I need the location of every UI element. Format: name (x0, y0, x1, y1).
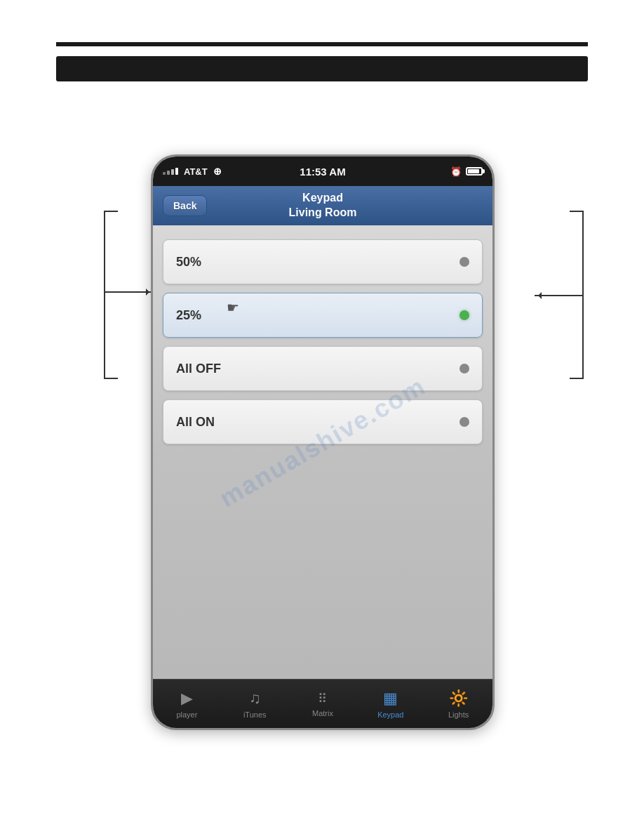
status-dot-50 (459, 257, 469, 267)
status-bar: AT&T ⊕ 11:53 AM ⏰ (153, 157, 492, 186)
battery-fill (468, 169, 479, 173)
status-right: ⏰ (450, 166, 483, 177)
iphone-frame: AT&T ⊕ 11:53 AM ⏰ Back Keypad Living Roo… (151, 154, 495, 730)
right-bracket-top (570, 211, 584, 212)
keypad-label-allon: All ON (176, 415, 215, 430)
tab-bar: ▶ player ♫ iTunes ⠿ Matrix ▦ Keypad 🔆 Li… (153, 679, 492, 728)
keypad-label-50: 50% (176, 255, 201, 270)
status-dot-alloff (459, 364, 469, 373)
player-icon: ▶ (181, 689, 193, 708)
navigation-bar: Back Keypad Living Room (153, 186, 492, 225)
left-bracket-vertical (104, 211, 105, 379)
tab-label-matrix: Matrix (312, 709, 333, 717)
keypad-button-allon[interactable]: All ON (163, 399, 483, 444)
status-dot-allon (459, 417, 469, 427)
tab-item-player[interactable]: ▶ player (153, 684, 221, 724)
iphone-inner: AT&T ⊕ 11:53 AM ⏰ Back Keypad Living Roo… (153, 157, 492, 728)
nav-title-line1: Keypad (289, 191, 357, 206)
time-display: 11:53 AM (300, 166, 345, 178)
header-bar (56, 56, 588, 81)
nav-title-line2: Living Room (289, 206, 357, 220)
right-bracket-vertical (582, 211, 584, 379)
right-annotation (535, 295, 582, 296)
wifi-symbol: ⊕ (213, 166, 222, 177)
keypad-button-25[interactable]: 25% ☛ (163, 293, 483, 338)
tab-item-lights[interactable]: 🔆 Lights (424, 684, 492, 724)
status-dot-25 (459, 310, 469, 320)
cursor-hand-icon: ☛ (227, 299, 239, 316)
content-area: manualshive.com 50% 25% ☛ All OFF All ON (153, 225, 492, 679)
right-bracket-bottom (570, 378, 584, 379)
keypad-button-alloff[interactable]: All OFF (163, 346, 483, 391)
keypad-icon: ▦ (383, 689, 398, 708)
lights-icon: 🔆 (449, 689, 468, 708)
back-button[interactable]: Back (163, 195, 207, 216)
itunes-icon: ♫ (249, 689, 261, 708)
status-left: AT&T ⊕ (163, 166, 222, 177)
keypad-button-50[interactable]: 50% (163, 239, 483, 284)
left-annotation (105, 291, 153, 293)
tab-item-matrix[interactable]: ⠿ Matrix (289, 685, 357, 723)
battery-icon (466, 167, 483, 176)
left-bracket-bottom (104, 378, 118, 379)
keypad-label-alloff: All OFF (176, 362, 221, 376)
tab-label-lights: Lights (448, 710, 469, 719)
left-bracket-top (104, 211, 118, 212)
tab-item-itunes[interactable]: ♫ iTunes (221, 684, 289, 724)
keypad-label-25: 25% (176, 308, 201, 323)
carrier-label: AT&T (184, 166, 208, 177)
tab-label-keypad: Keypad (377, 710, 403, 719)
signal-bars (163, 168, 178, 175)
tab-label-itunes: iTunes (243, 710, 267, 719)
tab-item-keypad[interactable]: ▦ Keypad (356, 684, 424, 724)
matrix-icon: ⠿ (318, 691, 328, 706)
clock-icon: ⏰ (450, 166, 462, 177)
top-separator-bar (56, 42, 588, 46)
tab-label-player: player (176, 710, 197, 719)
nav-title: Keypad Living Room (289, 191, 357, 220)
